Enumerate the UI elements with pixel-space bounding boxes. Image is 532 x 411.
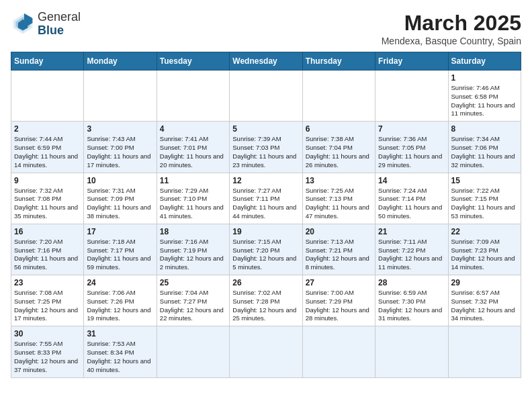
calendar-week-3: 16Sunrise: 7:20 AM Sunset: 7:16 PM Dayli… <box>11 224 521 275</box>
day-content: Sunrise: 7:41 AM Sunset: 7:01 PM Dayligh… <box>160 135 226 169</box>
calendar-cell: 9Sunrise: 7:32 AM Sunset: 7:08 PM Daylig… <box>11 173 84 224</box>
weekday-header-wednesday: Wednesday <box>230 52 302 71</box>
weekday-header-sunday: Sunday <box>11 52 84 71</box>
day-content: Sunrise: 7:39 AM Sunset: 7:03 PM Dayligh… <box>232 135 299 169</box>
calendar-header: SundayMondayTuesdayWednesdayThursdayFrid… <box>11 52 521 71</box>
day-number: 15 <box>451 176 518 185</box>
day-content: Sunrise: 7:15 AM Sunset: 7:20 PM Dayligh… <box>232 238 299 272</box>
weekday-header-thursday: Thursday <box>302 52 375 71</box>
day-number: 28 <box>378 278 445 287</box>
day-content: Sunrise: 7:16 AM Sunset: 7:19 PM Dayligh… <box>160 238 226 272</box>
day-content: Sunrise: 7:06 AM Sunset: 7:26 PM Dayligh… <box>87 289 153 323</box>
calendar-cell <box>157 71 229 122</box>
day-number: 23 <box>14 278 81 287</box>
day-number: 4 <box>160 124 226 134</box>
day-number: 1 <box>451 73 518 83</box>
calendar-cell: 8Sunrise: 7:34 AM Sunset: 7:06 PM Daylig… <box>448 122 521 173</box>
calendar-cell: 1Sunrise: 7:46 AM Sunset: 6:58 PM Daylig… <box>448 71 521 122</box>
day-content: Sunrise: 7:43 AM Sunset: 7:00 PM Dayligh… <box>87 135 153 169</box>
month-title: March 2025 <box>382 11 521 36</box>
generalblue-logo-icon <box>11 12 35 36</box>
calendar-table: SundayMondayTuesdayWednesdayThursdayFrid… <box>11 52 521 378</box>
calendar-cell <box>302 71 375 122</box>
day-number: 24 <box>87 278 153 287</box>
day-number: 20 <box>306 227 372 236</box>
calendar-cell <box>84 71 157 122</box>
day-number: 26 <box>232 278 299 287</box>
calendar-cell <box>302 326 375 377</box>
calendar-cell: 10Sunrise: 7:31 AM Sunset: 7:09 PM Dayli… <box>84 173 157 224</box>
calendar-cell: 31Sunrise: 7:53 AM Sunset: 8:34 PM Dayli… <box>84 326 157 377</box>
day-content: Sunrise: 7:38 AM Sunset: 7:04 PM Dayligh… <box>306 135 372 169</box>
day-number: 16 <box>14 227 81 236</box>
calendar-cell <box>448 326 521 377</box>
day-content: Sunrise: 7:55 AM Sunset: 8:33 PM Dayligh… <box>14 340 81 374</box>
day-content: Sunrise: 7:27 AM Sunset: 7:11 PM Dayligh… <box>232 187 299 221</box>
calendar-cell: 27Sunrise: 7:00 AM Sunset: 7:29 PM Dayli… <box>302 275 375 326</box>
day-content: Sunrise: 7:00 AM Sunset: 7:29 PM Dayligh… <box>306 289 372 323</box>
day-number: 6 <box>306 124 372 134</box>
day-content: Sunrise: 7:24 AM Sunset: 7:14 PM Dayligh… <box>378 187 445 221</box>
calendar-cell: 18Sunrise: 7:16 AM Sunset: 7:19 PM Dayli… <box>157 224 229 275</box>
day-content: Sunrise: 7:18 AM Sunset: 7:17 PM Dayligh… <box>87 238 153 272</box>
calendar-cell <box>157 326 229 377</box>
day-number: 27 <box>306 278 372 287</box>
calendar-cell <box>375 71 448 122</box>
day-number: 30 <box>14 329 81 338</box>
day-number: 3 <box>87 124 153 134</box>
day-number: 7 <box>378 124 445 134</box>
calendar-week-1: 2Sunrise: 7:44 AM Sunset: 6:59 PM Daylig… <box>11 122 521 173</box>
day-content: Sunrise: 7:11 AM Sunset: 7:22 PM Dayligh… <box>378 238 445 272</box>
day-content: Sunrise: 7:29 AM Sunset: 7:10 PM Dayligh… <box>160 187 226 221</box>
day-content: Sunrise: 7:22 AM Sunset: 7:15 PM Dayligh… <box>451 187 518 221</box>
day-content: Sunrise: 6:59 AM Sunset: 7:30 PM Dayligh… <box>378 289 445 323</box>
day-content: Sunrise: 7:53 AM Sunset: 8:34 PM Dayligh… <box>87 340 153 374</box>
weekday-header-saturday: Saturday <box>448 52 521 71</box>
calendar-week-4: 23Sunrise: 7:08 AM Sunset: 7:25 PM Dayli… <box>11 275 521 326</box>
calendar-cell <box>230 326 302 377</box>
calendar-cell: 16Sunrise: 7:20 AM Sunset: 7:16 PM Dayli… <box>11 224 84 275</box>
calendar-week-2: 9Sunrise: 7:32 AM Sunset: 7:08 PM Daylig… <box>11 173 521 224</box>
calendar-cell: 5Sunrise: 7:39 AM Sunset: 7:03 PM Daylig… <box>230 122 302 173</box>
weekday-header-monday: Monday <box>84 52 157 71</box>
calendar-cell: 4Sunrise: 7:41 AM Sunset: 7:01 PM Daylig… <box>157 122 229 173</box>
day-content: Sunrise: 7:44 AM Sunset: 6:59 PM Dayligh… <box>14 135 81 169</box>
day-number: 13 <box>306 176 372 185</box>
calendar-cell: 29Sunrise: 6:57 AM Sunset: 7:32 PM Dayli… <box>448 275 521 326</box>
day-content: Sunrise: 7:32 AM Sunset: 7:08 PM Dayligh… <box>14 187 81 221</box>
calendar-cell: 7Sunrise: 7:36 AM Sunset: 7:05 PM Daylig… <box>375 122 448 173</box>
calendar-cell <box>230 71 302 122</box>
day-number: 2 <box>14 124 81 134</box>
day-number: 12 <box>232 176 299 185</box>
logo: General Blue <box>11 11 81 38</box>
day-number: 29 <box>451 278 518 287</box>
day-number: 31 <box>87 329 153 338</box>
day-content: Sunrise: 6:57 AM Sunset: 7:32 PM Dayligh… <box>451 289 518 323</box>
day-content: Sunrise: 7:13 AM Sunset: 7:21 PM Dayligh… <box>306 238 372 272</box>
day-number: 8 <box>451 124 518 134</box>
calendar-week-5: 30Sunrise: 7:55 AM Sunset: 8:33 PM Dayli… <box>11 326 521 377</box>
calendar-cell: 19Sunrise: 7:15 AM Sunset: 7:20 PM Dayli… <box>230 224 302 275</box>
calendar-cell: 30Sunrise: 7:55 AM Sunset: 8:33 PM Dayli… <box>11 326 84 377</box>
day-content: Sunrise: 7:04 AM Sunset: 7:27 PM Dayligh… <box>160 289 226 323</box>
calendar-cell: 13Sunrise: 7:25 AM Sunset: 7:13 PM Dayli… <box>302 173 375 224</box>
location-title: Mendexa, Basque Country, Spain <box>382 36 521 46</box>
page-header: General Blue March 2025 Mendexa, Basque … <box>11 11 521 46</box>
calendar-body: 1Sunrise: 7:46 AM Sunset: 6:58 PM Daylig… <box>11 71 521 378</box>
calendar-cell: 25Sunrise: 7:04 AM Sunset: 7:27 PM Dayli… <box>157 275 229 326</box>
day-number: 21 <box>378 227 445 236</box>
day-content: Sunrise: 7:09 AM Sunset: 7:23 PM Dayligh… <box>451 238 518 272</box>
calendar-cell <box>375 326 448 377</box>
day-number: 25 <box>160 278 226 287</box>
title-section: March 2025 Mendexa, Basque Country, Spai… <box>382 11 521 46</box>
calendar-cell: 21Sunrise: 7:11 AM Sunset: 7:22 PM Dayli… <box>375 224 448 275</box>
day-content: Sunrise: 7:02 AM Sunset: 7:28 PM Dayligh… <box>232 289 299 323</box>
day-content: Sunrise: 7:20 AM Sunset: 7:16 PM Dayligh… <box>14 238 81 272</box>
calendar-cell: 12Sunrise: 7:27 AM Sunset: 7:11 PM Dayli… <box>230 173 302 224</box>
day-content: Sunrise: 7:46 AM Sunset: 6:58 PM Dayligh… <box>451 84 518 118</box>
calendar-cell <box>11 71 84 122</box>
calendar-cell: 22Sunrise: 7:09 AM Sunset: 7:23 PM Dayli… <box>448 224 521 275</box>
day-number: 19 <box>232 227 299 236</box>
day-content: Sunrise: 7:36 AM Sunset: 7:05 PM Dayligh… <box>378 135 445 169</box>
day-content: Sunrise: 7:34 AM Sunset: 7:06 PM Dayligh… <box>451 135 518 169</box>
